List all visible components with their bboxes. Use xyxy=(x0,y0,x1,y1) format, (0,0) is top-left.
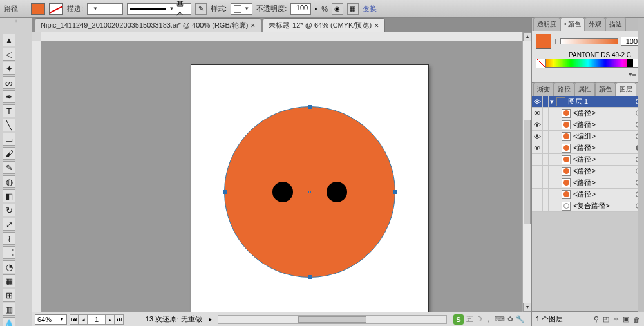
tab-transparency[interactable]: 透明度 xyxy=(533,17,560,31)
visibility-toggle[interactable]: 👁 xyxy=(533,98,541,106)
chevron-right-icon[interactable]: ▸ xyxy=(315,6,317,12)
zoom-dropdown[interactable]: 64%▼ xyxy=(35,314,67,325)
lock-toggle[interactable] xyxy=(542,131,549,142)
ruler-horizontal[interactable] xyxy=(41,32,531,41)
width-tool[interactable]: ≀ xyxy=(3,232,15,245)
line-tool[interactable]: ╲ xyxy=(3,119,15,131)
page-input[interactable]: 1 xyxy=(88,314,106,325)
layer-name[interactable]: <路径> xyxy=(572,143,634,153)
layer-row[interactable]: <复合路径> xyxy=(532,200,644,212)
select-similar-icon[interactable]: ▦ xyxy=(347,3,359,15)
layer-row[interactable]: <路径> xyxy=(532,177,644,189)
layer-name[interactable]: <编组> xyxy=(572,131,634,141)
ime-toolbar[interactable]: S 五 ☽ ， ⌨ ✿ 🔧 xyxy=(450,314,529,325)
delete-layer-icon[interactable]: 🗑 xyxy=(633,316,640,323)
ruler-vertical[interactable] xyxy=(32,41,41,312)
lock-toggle[interactable] xyxy=(542,96,549,107)
layer-row[interactable]: 👁<路径> xyxy=(532,142,644,154)
perspective-tool[interactable]: ▦ xyxy=(3,274,15,287)
opacity-input[interactable]: 100 xyxy=(290,3,311,15)
layer-name[interactable]: <路径> xyxy=(572,155,634,164)
layer-row[interactable]: 👁<编组> xyxy=(532,131,644,142)
visibility-toggle[interactable]: 👁 xyxy=(533,110,541,117)
mesh-tool[interactable]: ⊞ xyxy=(3,289,15,302)
visibility-toggle[interactable]: 👁 xyxy=(533,121,541,129)
prev-page-icon[interactable]: ◂ xyxy=(79,314,88,325)
scroll-thumb[interactable] xyxy=(524,120,531,224)
scale-tool[interactable]: ⤢ xyxy=(3,218,15,231)
ime-settings-icon[interactable]: 🔧 xyxy=(516,315,525,323)
ime-skin-icon[interactable]: ✿ xyxy=(507,315,513,323)
first-page-icon[interactable]: ⏮ xyxy=(70,314,79,325)
last-page-icon[interactable]: ⏭ xyxy=(115,314,124,325)
layer-row[interactable]: 👁▾图层 1 xyxy=(532,96,644,108)
scroll-up-icon[interactable]: ▴ xyxy=(523,32,531,41)
lock-toggle[interactable] xyxy=(542,154,549,165)
style-dropdown[interactable]: ▼ xyxy=(231,3,252,15)
fill-swatch[interactable] xyxy=(31,3,45,15)
next-page-icon[interactable]: ▸ xyxy=(106,314,115,325)
lock-toggle[interactable] xyxy=(542,119,549,130)
spectrum-picker[interactable] xyxy=(536,59,640,68)
close-icon[interactable]: ✕ xyxy=(251,23,256,29)
layer-name[interactable]: 图层 1 xyxy=(567,97,634,106)
color-swatch[interactable] xyxy=(536,34,551,49)
selection-tool[interactable]: ▲ xyxy=(3,34,15,46)
close-icon[interactable]: ✕ xyxy=(374,23,379,29)
lock-toggle[interactable] xyxy=(542,177,549,188)
visibility-toggle[interactable]: 👁 xyxy=(533,133,541,140)
tab-appearance[interactable]: 外观 xyxy=(585,17,605,31)
black-circle-right[interactable] xyxy=(327,182,347,202)
lock-toggle[interactable] xyxy=(542,142,549,153)
play-icon[interactable]: ▸ xyxy=(209,315,213,323)
new-sublayer-icon[interactable]: ✧ xyxy=(613,315,619,323)
ime-keyboard-icon[interactable]: ⌨ xyxy=(495,315,505,323)
anchor-point[interactable] xyxy=(308,275,312,279)
ime-moon-icon[interactable]: ☽ xyxy=(476,315,482,323)
layer-row[interactable]: 👁<路径> xyxy=(532,119,644,131)
black-circle-left[interactable] xyxy=(272,182,293,202)
anchor-point[interactable] xyxy=(393,190,397,194)
tab-stroke[interactable]: 描边 xyxy=(605,17,626,31)
gradient-tool[interactable]: ▥ xyxy=(3,303,15,316)
tab-pathfinder[interactable]: 路径 xyxy=(554,82,574,96)
layer-name[interactable]: <路径> xyxy=(572,108,634,118)
panel-menu-icon[interactable]: ▾≡ xyxy=(629,70,636,78)
stroke-none-swatch[interactable] xyxy=(49,3,63,15)
ime-logo-icon[interactable]: S xyxy=(453,314,464,325)
lock-toggle[interactable] xyxy=(542,108,549,119)
shape-builder-tool[interactable]: ◔ xyxy=(3,260,15,273)
rotate-tool[interactable]: ↻ xyxy=(3,204,15,216)
direct-selection-tool[interactable]: ◁ xyxy=(3,48,15,61)
lasso-tool[interactable]: ᔕ xyxy=(3,76,15,89)
eyedropper-tool[interactable]: 💧 xyxy=(3,317,15,326)
pen-tool[interactable]: ✒ xyxy=(3,90,15,103)
lock-toggle[interactable] xyxy=(542,166,549,177)
brush-dropdown[interactable]: ▼ 基本 xyxy=(127,3,191,15)
recolor-icon[interactable]: ◉ xyxy=(332,3,343,15)
layer-row[interactable]: <路径> xyxy=(532,154,644,166)
tint-slider[interactable] xyxy=(560,38,618,44)
locate-object-icon[interactable]: ⚲ xyxy=(594,315,599,323)
pencil-tool[interactable]: ✎ xyxy=(3,161,15,174)
eraser-tool[interactable]: ◧ xyxy=(3,189,15,202)
tab-color[interactable]: 颜色 xyxy=(560,17,585,31)
tab-document-1[interactable]: Nipic_1411249_20100202003515033183.ai* @… xyxy=(35,18,261,32)
panel-grip[interactable]: ⠿ xyxy=(0,19,32,25)
ruler-origin[interactable] xyxy=(32,32,41,41)
visibility-toggle[interactable]: 👁 xyxy=(533,144,541,152)
new-layer-icon[interactable]: ▣ xyxy=(623,315,629,323)
anchor-point[interactable] xyxy=(308,105,312,109)
rectangle-tool[interactable]: ▭ xyxy=(3,133,15,146)
make-clipping-mask-icon[interactable]: ◰ xyxy=(603,315,609,323)
stroke-weight-dropdown[interactable]: ▼ xyxy=(87,3,123,15)
brush-options-icon[interactable]: ✎ xyxy=(195,3,207,15)
ime-punct-icon[interactable]: ， xyxy=(485,314,492,324)
layer-name[interactable]: <复合路径> xyxy=(572,201,634,211)
magic-wand-tool[interactable]: ✦ xyxy=(3,62,15,75)
center-point[interactable] xyxy=(308,191,311,193)
layer-name[interactable]: <路径> xyxy=(572,166,634,176)
scroll-down-icon[interactable]: ▾ xyxy=(523,303,531,312)
scrollbar-horizontal[interactable] xyxy=(218,315,447,324)
layer-name[interactable]: <路径> xyxy=(572,189,634,199)
